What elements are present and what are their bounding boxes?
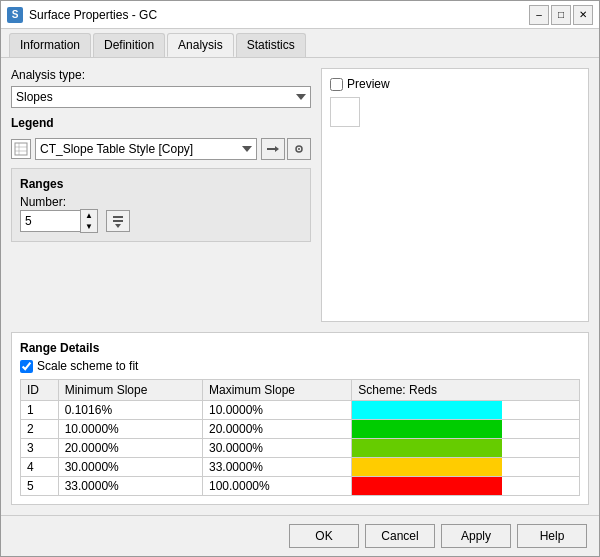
table-body: 10.1016%10.0000%210.0000%20.0000%320.000… xyxy=(21,401,580,496)
right-panel: Preview xyxy=(321,68,589,322)
table-row[interactable]: 10.1016%10.0000% xyxy=(21,401,580,420)
legend-edit-button[interactable] xyxy=(261,138,285,160)
distribute-button[interactable] xyxy=(106,210,130,232)
content-area: Analysis type: Slopes Legend xyxy=(1,58,599,332)
settings-icon xyxy=(292,142,306,156)
cell-id: 4 xyxy=(21,458,59,477)
range-details-section: Range Details Scale scheme to fit ID Min… xyxy=(11,332,589,505)
cell-id: 1 xyxy=(21,401,59,420)
cell-id: 2 xyxy=(21,420,59,439)
preview-area: Preview xyxy=(321,68,589,322)
spinner-down[interactable]: ▼ xyxy=(81,221,97,232)
ranges-section: Ranges Number: ▲ ▼ xyxy=(11,168,311,242)
legend-group: Legend CT_Slope Table Style [Copy] xyxy=(11,116,311,160)
help-button[interactable]: Help xyxy=(517,524,587,548)
table-icon xyxy=(14,142,28,156)
table-row[interactable]: 320.0000%30.0000% xyxy=(21,439,580,458)
svg-point-7 xyxy=(298,148,300,150)
legend-select[interactable]: CT_Slope Table Style [Copy] xyxy=(35,138,257,160)
preview-checkbox[interactable] xyxy=(330,78,343,91)
table-row[interactable]: 210.0000%20.0000% xyxy=(21,420,580,439)
legend-icon xyxy=(11,139,31,159)
cell-id: 3 xyxy=(21,439,59,458)
maximize-button[interactable]: □ xyxy=(551,5,571,25)
analysis-type-select[interactable]: Slopes xyxy=(11,86,311,108)
ok-button[interactable]: OK xyxy=(289,524,359,548)
col-header-id: ID xyxy=(21,380,59,401)
cell-min: 33.0000% xyxy=(58,477,202,496)
cell-id: 5 xyxy=(21,477,59,496)
cell-color xyxy=(352,439,580,458)
col-header-max: Maximum Slope xyxy=(202,380,351,401)
range-details-title: Range Details xyxy=(20,341,580,355)
close-button[interactable]: ✕ xyxy=(573,5,593,25)
scale-scheme-checkbox[interactable] xyxy=(20,360,33,373)
svg-rect-4 xyxy=(267,148,275,150)
col-header-min: Minimum Slope xyxy=(58,380,202,401)
tab-statistics[interactable]: Statistics xyxy=(236,33,306,57)
number-spinner: ▲ ▼ xyxy=(20,209,98,233)
title-controls: – □ ✕ xyxy=(529,5,593,25)
scale-scheme-label: Scale scheme to fit xyxy=(37,359,138,373)
left-panel: Analysis type: Slopes Legend xyxy=(11,68,311,322)
preview-box xyxy=(330,97,360,127)
table-row[interactable]: 533.0000%100.0000% xyxy=(21,477,580,496)
main-window: S Surface Properties - GC – □ ✕ Informat… xyxy=(0,0,600,557)
legend-row: CT_Slope Table Style [Copy] xyxy=(11,138,311,160)
cell-color xyxy=(352,458,580,477)
svg-rect-0 xyxy=(15,143,27,155)
ranges-label: Ranges xyxy=(20,177,302,191)
table-header-row: ID Minimum Slope Maximum Slope Scheme: R… xyxy=(21,380,580,401)
app-icon: S xyxy=(7,7,23,23)
window-title: Surface Properties - GC xyxy=(29,8,157,22)
svg-marker-10 xyxy=(115,224,121,228)
tab-analysis[interactable]: Analysis xyxy=(167,33,234,57)
tab-bar: Information Definition Analysis Statisti… xyxy=(1,29,599,58)
distribute-icon xyxy=(111,214,125,228)
bottom-bar: OK Cancel Apply Help xyxy=(1,515,599,556)
cell-max: 30.0000% xyxy=(202,439,351,458)
cell-max: 33.0000% xyxy=(202,458,351,477)
cell-max: 10.0000% xyxy=(202,401,351,420)
cell-color xyxy=(352,477,580,496)
tab-definition[interactable]: Definition xyxy=(93,33,165,57)
title-bar-left: S Surface Properties - GC xyxy=(7,7,157,23)
minimize-button[interactable]: – xyxy=(529,5,549,25)
legend-settings-button[interactable] xyxy=(287,138,311,160)
apply-button[interactable]: Apply xyxy=(441,524,511,548)
cell-color xyxy=(352,420,580,439)
cell-color xyxy=(352,401,580,420)
svg-rect-9 xyxy=(113,220,123,222)
cell-min: 0.1016% xyxy=(58,401,202,420)
range-table: ID Minimum Slope Maximum Slope Scheme: R… xyxy=(20,379,580,496)
number-input[interactable] xyxy=(20,210,80,232)
cell-max: 20.0000% xyxy=(202,420,351,439)
scale-scheme-row: Scale scheme to fit xyxy=(20,359,580,373)
svg-rect-8 xyxy=(113,216,123,218)
number-label: Number: xyxy=(20,195,302,209)
spinner-up[interactable]: ▲ xyxy=(81,210,97,221)
number-field-row: ▲ ▼ xyxy=(20,209,302,233)
cell-max: 100.0000% xyxy=(202,477,351,496)
preview-label: Preview xyxy=(347,77,390,91)
table-row[interactable]: 430.0000%33.0000% xyxy=(21,458,580,477)
title-bar: S Surface Properties - GC – □ ✕ xyxy=(1,1,599,29)
cell-min: 10.0000% xyxy=(58,420,202,439)
col-header-scheme: Scheme: Reds xyxy=(352,380,580,401)
wrench-icon xyxy=(266,142,280,156)
analysis-type-label: Analysis type: xyxy=(11,68,311,82)
cell-min: 30.0000% xyxy=(58,458,202,477)
legend-label: Legend xyxy=(11,116,311,130)
preview-checkbox-row: Preview xyxy=(330,77,390,91)
spinner-buttons: ▲ ▼ xyxy=(80,209,98,233)
cell-min: 20.0000% xyxy=(58,439,202,458)
tab-information[interactable]: Information xyxy=(9,33,91,57)
analysis-type-group: Analysis type: Slopes xyxy=(11,68,311,108)
svg-marker-5 xyxy=(275,146,279,152)
cancel-button[interactable]: Cancel xyxy=(365,524,435,548)
range-table-wrapper: ID Minimum Slope Maximum Slope Scheme: R… xyxy=(20,379,580,496)
